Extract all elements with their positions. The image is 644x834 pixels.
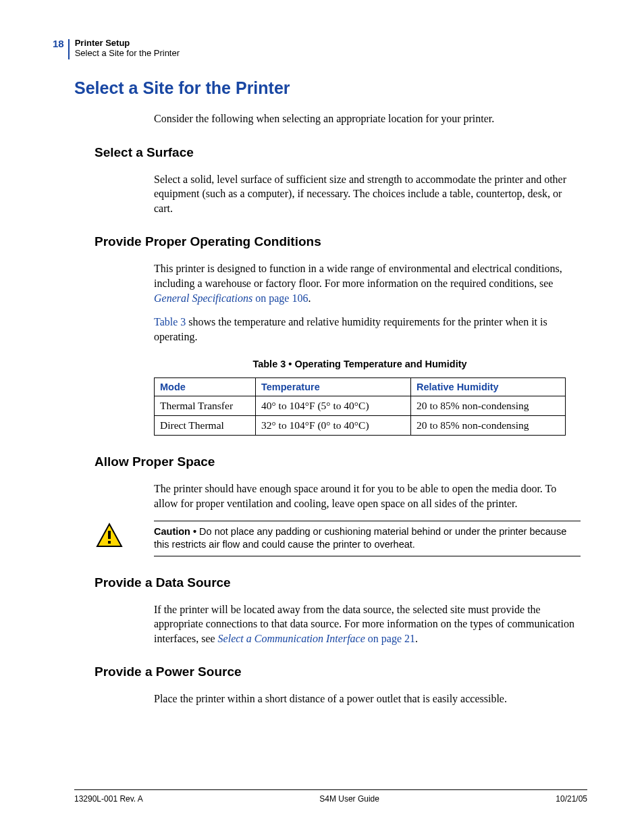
cell-humidity: 20 to 85% non-condensing bbox=[411, 416, 566, 436]
header-divider bbox=[68, 39, 70, 59]
page-number: 18 bbox=[53, 38, 64, 49]
table-row: Thermal Transfer 40° to 104°F (5° to 40°… bbox=[155, 396, 566, 416]
cell-temp: 32° to 104°F (0° to 40°C) bbox=[256, 416, 411, 436]
subsection-surface-heading: Select a Surface bbox=[95, 145, 587, 160]
cell-mode: Thermal Transfer bbox=[155, 396, 256, 416]
subsection-power-heading: Provide a Power Source bbox=[95, 664, 587, 679]
caution-label: Caution • bbox=[154, 526, 199, 537]
header-section: Select a Site for the Printer bbox=[75, 48, 180, 58]
subsection-space-body: The printer should have enough space aro… bbox=[154, 481, 581, 511]
col-humidity: Relative Humidity bbox=[411, 378, 566, 396]
caution-icon bbox=[96, 522, 123, 549]
col-mode: Mode bbox=[155, 378, 256, 396]
intro-paragraph: Consider the following when selecting an… bbox=[154, 111, 581, 126]
caution-text-container: Caution • Do not place any padding or cu… bbox=[154, 521, 581, 556]
footer-center: S4M User Guide bbox=[319, 794, 379, 804]
cell-mode: Direct Thermal bbox=[155, 416, 256, 436]
header-text: Printer Setup Select a Site for the Prin… bbox=[75, 38, 180, 58]
comm-interface-link[interactable]: Select a Communication Interface bbox=[218, 633, 365, 644]
col-temperature: Temperature bbox=[256, 378, 411, 396]
svg-rect-1 bbox=[108, 531, 111, 539]
content-area: Select a Site for the Printer Consider t… bbox=[74, 78, 587, 716]
subsection-surface-body: Select a solid, level surface of suffici… bbox=[154, 172, 581, 216]
comm-interface-page[interactable]: on page 21 bbox=[365, 633, 415, 644]
subsection-conditions-body1: This printer is designed to function in … bbox=[154, 261, 581, 305]
subsection-space-heading: Allow Proper Space bbox=[95, 454, 587, 469]
section-title: Select a Site for the Printer bbox=[74, 78, 587, 98]
subsection-data-source-body: If the printer will be located away from… bbox=[154, 602, 581, 646]
caution-text: Caution • Do not place any padding or cu… bbox=[154, 525, 581, 552]
footer-right: 10/21/05 bbox=[556, 794, 587, 804]
footer-left: 13290L-001 Rev. A bbox=[74, 794, 143, 804]
svg-rect-2 bbox=[108, 541, 111, 544]
table-caption: Table 3 • Operating Temperature and Humi… bbox=[154, 359, 566, 369]
cell-humidity: 20 to 85% non-condensing bbox=[411, 396, 566, 416]
subsection-data-source-heading: Provide a Data Source bbox=[95, 575, 587, 590]
conditions-body-suffix: . bbox=[308, 292, 311, 304]
conditions-body-prefix: This printer is designed to function in … bbox=[154, 263, 562, 289]
conditions-para2-rest: shows the temperature and relative humid… bbox=[154, 316, 547, 342]
page-footer: 13290L-001 Rev. A S4M User Guide 10/21/0… bbox=[74, 789, 587, 804]
table3-ref-link[interactable]: Table 3 bbox=[154, 316, 186, 328]
general-specs-page[interactable]: on page 106 bbox=[252, 292, 308, 304]
table-row: Direct Thermal 32° to 104°F (0° to 40°C)… bbox=[155, 416, 566, 436]
table-header-row: Mode Temperature Relative Humidity bbox=[155, 378, 566, 396]
subsection-conditions-heading: Provide Proper Operating Conditions bbox=[95, 234, 587, 249]
subsection-conditions-body2: Table 3 shows the temperature and relati… bbox=[154, 315, 581, 344]
operating-conditions-table: Mode Temperature Relative Humidity Therm… bbox=[154, 377, 566, 436]
data-source-suffix: . bbox=[415, 633, 418, 644]
caution-body: Do not place any padding or cushioning m… bbox=[154, 526, 566, 550]
cell-temp: 40° to 104°F (5° to 40°C) bbox=[256, 396, 411, 416]
page-header: 18 Printer Setup Select a Site for the P… bbox=[53, 38, 180, 59]
subsection-power-body: Place the printer within a short distanc… bbox=[154, 692, 581, 706]
general-specs-link[interactable]: General Specifications bbox=[154, 292, 252, 304]
caution-block: Caution • Do not place any padding or cu… bbox=[96, 521, 581, 556]
header-chapter: Printer Setup bbox=[75, 38, 180, 48]
